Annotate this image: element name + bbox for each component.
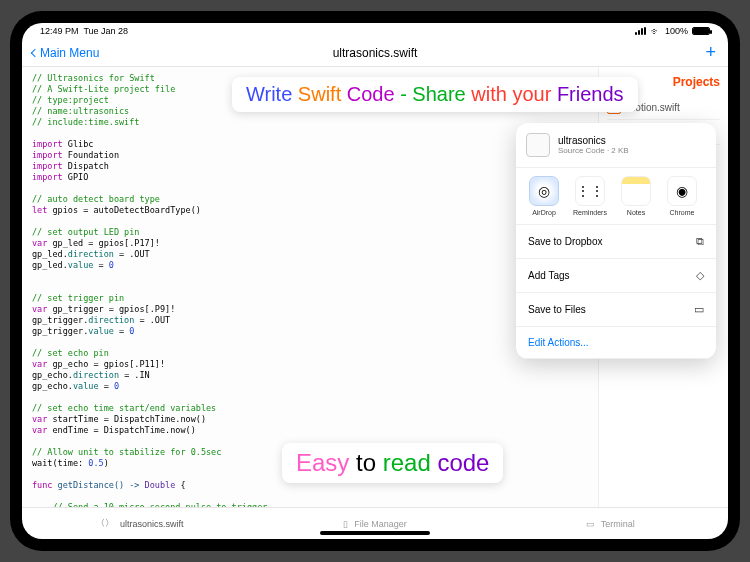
app-icon: ◎ bbox=[529, 176, 559, 206]
home-indicator[interactable] bbox=[320, 531, 430, 535]
action-label: Save to Files bbox=[528, 304, 586, 315]
back-label: Main Menu bbox=[40, 46, 99, 60]
folder-icon: ▭ bbox=[694, 303, 704, 316]
code-icon: 〈〉 bbox=[96, 517, 114, 530]
tab-label: Terminal bbox=[601, 519, 635, 529]
cellular-icon bbox=[635, 27, 647, 35]
tab-label: ultrasonics.swift bbox=[120, 519, 184, 529]
marketing-callout-top: Write Swift Code - Share with your Frien… bbox=[232, 77, 638, 112]
document-icon: ▯ bbox=[343, 519, 348, 529]
file-thumbnail-icon bbox=[526, 133, 550, 157]
app-icon: ⋮⋮ bbox=[575, 176, 605, 206]
page-title: ultrasonics.swift bbox=[333, 46, 418, 60]
action-label: Add Tags bbox=[528, 270, 570, 281]
share-app-chrome[interactable]: ◉Chrome bbox=[662, 176, 702, 216]
status-time: 12:49 PM Tue Jan 28 bbox=[40, 26, 128, 36]
app-label: Notes bbox=[616, 209, 656, 216]
action-save-files[interactable]: Save to Files ▭ bbox=[516, 293, 716, 327]
tab-terminal[interactable]: ▭ Terminal bbox=[493, 508, 728, 539]
app-label: AirDrop bbox=[524, 209, 564, 216]
screen: 12:49 PM Tue Jan 28 ᯤ 100% Main Menu ult… bbox=[22, 23, 728, 539]
share-app-notes[interactable]: Notes bbox=[616, 176, 656, 216]
add-button[interactable]: + bbox=[705, 42, 716, 63]
battery-icon bbox=[692, 27, 710, 35]
marketing-callout-bottom: Easy to read code bbox=[282, 443, 503, 483]
share-app-airdrop[interactable]: ◎AirDrop bbox=[524, 176, 564, 216]
action-edit-actions[interactable]: Edit Actions... bbox=[516, 327, 716, 359]
share-sheet: ultrasonics Source Code · 2 KB ◎AirDrop⋮… bbox=[516, 123, 716, 359]
code-editor[interactable]: // Ultrasonics for Swift // A Swift-Lite… bbox=[22, 67, 598, 507]
tag-icon: ◇ bbox=[696, 269, 704, 282]
share-file-meta: Source Code · 2 KB bbox=[558, 146, 629, 155]
app-label: Reminders bbox=[570, 209, 610, 216]
dropbox-icon: ⧉ bbox=[696, 235, 704, 248]
app-icon: ◉ bbox=[667, 176, 697, 206]
chevron-left-icon bbox=[31, 48, 39, 56]
nav-bar: Main Menu ultrasonics.swift + bbox=[22, 39, 728, 67]
back-button[interactable]: Main Menu bbox=[32, 46, 99, 60]
action-label: Edit Actions... bbox=[528, 337, 589, 348]
device-frame: 12:49 PM Tue Jan 28 ᯤ 100% Main Menu ult… bbox=[10, 11, 740, 551]
battery-percent: 100% bbox=[665, 26, 688, 36]
action-add-tags[interactable]: Add Tags ◇ bbox=[516, 259, 716, 293]
action-label: Save to Dropbox bbox=[528, 236, 603, 247]
app-icon bbox=[621, 176, 651, 206]
app-label: Chrome bbox=[662, 209, 702, 216]
share-app-reminders[interactable]: ⋮⋮Reminders bbox=[570, 176, 610, 216]
share-apps-row[interactable]: ◎AirDrop⋮⋮RemindersNotes◉Chrome bbox=[516, 168, 716, 225]
tab-editor[interactable]: 〈〉 ultrasonics.swift bbox=[22, 508, 257, 539]
share-file-name: ultrasonics bbox=[558, 135, 629, 146]
terminal-icon: ▭ bbox=[586, 519, 595, 529]
tab-label: File Manager bbox=[354, 519, 407, 529]
wifi-icon: ᯤ bbox=[651, 26, 661, 37]
action-save-dropbox[interactable]: Save to Dropbox ⧉ bbox=[516, 225, 716, 259]
status-bar: 12:49 PM Tue Jan 28 ᯤ 100% bbox=[22, 23, 728, 39]
